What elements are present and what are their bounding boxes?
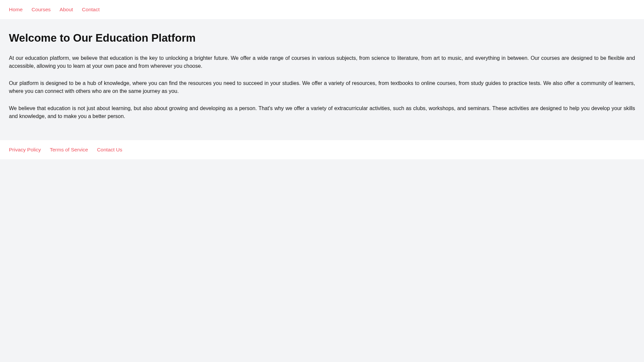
- nav-link-home[interactable]: Home: [9, 7, 23, 12]
- footer-link-contact[interactable]: Contact Us: [97, 147, 122, 152]
- nav-list: Home Courses About Contact: [9, 7, 635, 13]
- top-navigation: Home Courses About Contact: [0, 0, 644, 19]
- intro-paragraph-1: At our education platform, we believe th…: [9, 54, 635, 70]
- footer-item-privacy[interactable]: Privacy Policy: [9, 147, 41, 153]
- footer-list: Privacy Policy Terms of Service Contact …: [9, 147, 635, 153]
- intro-paragraph-3: We believe that education is not just ab…: [9, 104, 635, 120]
- footer-item-terms[interactable]: Terms of Service: [50, 147, 88, 153]
- main-content: Welcome to Our Education Platform At our…: [0, 19, 644, 140]
- footer-link-privacy[interactable]: Privacy Policy: [9, 147, 41, 152]
- nav-item-contact[interactable]: Contact: [82, 7, 100, 13]
- intro-paragraph-2: Our platform is designed to be a hub of …: [9, 79, 635, 95]
- nav-item-courses[interactable]: Courses: [31, 7, 51, 13]
- nav-item-about[interactable]: About: [60, 7, 73, 13]
- nav-link-about[interactable]: About: [60, 7, 73, 12]
- nav-link-courses[interactable]: Courses: [31, 7, 51, 12]
- footer: Privacy Policy Terms of Service Contact …: [0, 140, 644, 159]
- nav-link-contact[interactable]: Contact: [82, 7, 100, 12]
- page-title: Welcome to Our Education Platform: [9, 32, 635, 44]
- footer-item-contact[interactable]: Contact Us: [97, 147, 122, 153]
- footer-link-terms[interactable]: Terms of Service: [50, 147, 88, 152]
- nav-item-home[interactable]: Home: [9, 7, 23, 13]
